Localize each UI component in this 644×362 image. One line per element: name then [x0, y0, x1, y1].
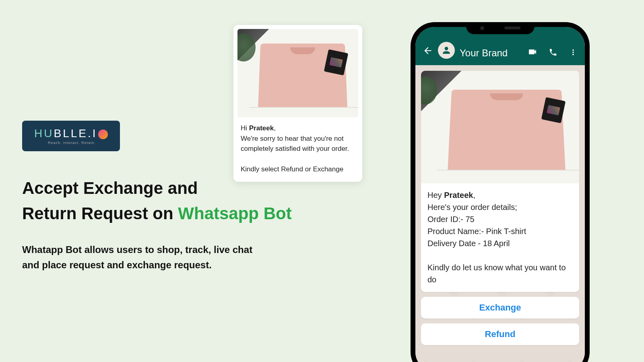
- floating-message-card: Hi Prateek, We're sorry to hear that you…: [233, 25, 362, 182]
- chat-bubble-icon: [98, 130, 108, 139]
- headline-line2a: Return Request on: [22, 204, 178, 223]
- back-arrow-icon[interactable]: [423, 45, 433, 59]
- logo-tagline: Reach. Interact. Retain.: [34, 141, 108, 145]
- headline-line2b: Whatsapp Bot: [178, 204, 291, 223]
- logo-text-2: BLLE: [54, 127, 88, 140]
- subtext: Whatapp Bot allows users to shop, track,…: [22, 242, 364, 273]
- phone-mockup: Your Brand Hey Prateek,: [411, 22, 590, 362]
- logo-text-1: HU: [34, 127, 54, 140]
- brand-logo: HUBLLE.I Reach. Interact. Retain.: [22, 121, 120, 151]
- subtext-line1: Whatapp Bot allows users to shop, track,…: [22, 242, 364, 257]
- more-options-icon[interactable]: [569, 48, 578, 59]
- message-text: Hey Prateek, Here's your order details; …: [421, 183, 579, 292]
- message-bubble: Hey Prateek, Here's your order details; …: [421, 71, 579, 292]
- avatar[interactable]: [438, 42, 455, 59]
- card-message: Hi Prateek, We're sorry to hear that you…: [237, 117, 358, 178]
- phone-notch: [466, 22, 535, 34]
- logo-text-3: .I: [88, 127, 97, 140]
- subtext-line2: and place request and exchange request.: [22, 257, 364, 273]
- refund-button[interactable]: Refund: [421, 323, 579, 345]
- headline: Accept Exchange and Return Request on Wh…: [22, 175, 364, 226]
- product-image: [237, 29, 358, 117]
- chat-body: Hey Prateek, Here's your order details; …: [415, 65, 585, 362]
- video-call-icon[interactable]: [528, 47, 537, 59]
- chat-brand-name[interactable]: Your Brand: [460, 47, 516, 59]
- message-product-image: [421, 71, 579, 183]
- phone-call-icon[interactable]: [549, 48, 557, 59]
- exchange-button[interactable]: Exchange: [421, 297, 579, 319]
